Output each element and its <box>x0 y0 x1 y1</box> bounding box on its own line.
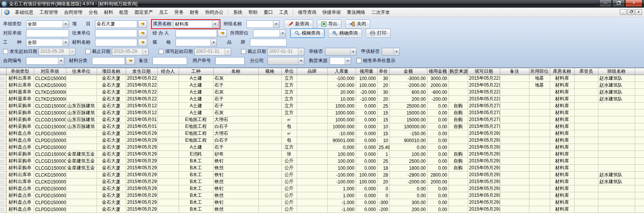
table-cell[interactable]: E地面工程 <box>179 123 213 130</box>
column-header[interactable]: 工种 <box>179 68 213 75</box>
table-cell[interactable] <box>449 199 468 206</box>
occur-start-checkbox[interactable] <box>3 49 8 54</box>
table-cell[interactable] <box>297 192 327 199</box>
contract-select[interactable]: ▼ <box>26 57 64 65</box>
table-cell[interactable]: CLPDD150000002 <box>34 192 66 199</box>
table-cell[interactable]: 包 <box>281 137 297 144</box>
table-cell[interactable]: 20.000 <box>327 89 356 96</box>
table-cell[interactable]: 铁钉 <box>213 158 258 165</box>
table-cell[interactable]: 15000.00 <box>389 116 427 123</box>
table-cell[interactable]: 2015年05月29日 <box>468 199 500 206</box>
table-cell[interactable] <box>529 206 550 213</box>
table-cell[interactable]: 材料库 <box>550 75 574 82</box>
table-cell[interactable]: 2015年05月29日 <box>468 151 500 158</box>
table-cell[interactable] <box>66 144 97 151</box>
mdi-minimize-button[interactable]: _ <box>620 9 627 15</box>
table-cell[interactable]: 1000.000 <box>327 103 356 110</box>
table-cell[interactable]: CLCGD150000005 <box>34 116 66 123</box>
table-cell[interactable]: 山东百脉建筑 <box>66 110 97 116</box>
table-cell[interactable]: -10.000 <box>356 96 377 103</box>
chevron-down-icon[interactable]: ▼ <box>62 21 69 28</box>
table-cell[interactable] <box>258 158 281 165</box>
table-cell[interactable] <box>157 172 179 178</box>
table-cell[interactable]: CLCGD150000006 <box>34 165 66 172</box>
occur-end-checkbox[interactable] <box>85 49 90 54</box>
table-cell[interactable]: 铁丝 <box>213 206 258 213</box>
table-cell[interactable]: 赵水建筑队 <box>598 75 635 82</box>
table-cell[interactable]: 材料盘点单 <box>6 144 34 151</box>
table-cell[interactable]: 大理石 <box>213 116 258 123</box>
table-cell[interactable]: CLCGD150000006 <box>34 158 66 165</box>
table-cell[interactable]: 立方 <box>281 103 297 110</box>
table-row[interactable]: 材料采购单CLCGD150000004山东百脉建筑金石大厦2015年05月12日… <box>0 103 644 110</box>
table-cell[interactable]: 0.000 <box>356 151 377 158</box>
table-cell[interactable]: CLCKD150000002 <box>34 172 66 178</box>
table-cell[interactable]: 材料库 <box>550 165 574 172</box>
table-cell[interactable] <box>297 123 327 130</box>
table-cell[interactable]: 金石大厦 <box>97 89 126 96</box>
row-selector[interactable] <box>0 165 6 172</box>
occur-end-date-select[interactable]: 2015-05-29 ▼ <box>112 48 149 56</box>
table-cell[interactable]: 白石子 <box>213 123 258 130</box>
column-header[interactable]: 名称 <box>213 68 258 75</box>
table-cell[interactable]: 2015年05月22日 <box>126 96 157 103</box>
table-cell[interactable]: 28 <box>377 172 389 178</box>
table-cell[interactable] <box>529 178 550 185</box>
table-cell[interactable]: 0.000 <box>356 158 377 165</box>
table-cell[interactable]: 公斤 <box>281 192 297 199</box>
row-selector[interactable] <box>0 130 6 137</box>
table-cell[interactable]: -100.000 <box>327 172 356 178</box>
table-cell[interactable]: 金石大厦 <box>97 82 126 89</box>
table-cell[interactable]: 100.000 <box>327 151 356 158</box>
table-cell[interactable] <box>500 151 529 158</box>
table-cell[interactable] <box>529 130 550 137</box>
chevron-down-icon[interactable]: ▼ <box>69 48 75 55</box>
table-cell[interactable] <box>500 110 529 116</box>
work-type-select[interactable]: 全部 ▼ <box>26 39 69 46</box>
table-cell[interactable]: 立方 <box>281 96 297 103</box>
row-selector[interactable] <box>0 96 6 103</box>
column-header[interactable]: 规格 <box>258 68 281 75</box>
table-cell[interactable]: 100.000 <box>356 172 377 178</box>
table-cell[interactable]: 材料出库单 <box>6 178 34 185</box>
fill-start-date-select[interactable]: 2007-01-31 ▼ <box>194 48 231 56</box>
table-cell[interactable] <box>529 158 550 165</box>
table-cell[interactable]: 2015年05月29日 <box>468 185 500 192</box>
row-selector[interactable] <box>0 206 6 213</box>
table-cell[interactable]: 2015年05月01日 <box>126 123 157 130</box>
table-cell[interactable]: 金石大厦 <box>97 103 126 110</box>
table-cell[interactable]: 金石大厦 <box>97 137 126 144</box>
table-cell[interactable]: 20 <box>377 178 389 185</box>
table-cell[interactable] <box>449 75 468 82</box>
table-cell[interactable] <box>157 130 179 137</box>
column-header[interactable]: 单据类型 <box>6 68 34 75</box>
table-cell[interactable]: 材料库 <box>550 82 574 89</box>
table-cell[interactable]: 3000.00 <box>427 75 449 82</box>
table-cell[interactable]: 材料库 <box>550 206 574 213</box>
table-cell[interactable]: 30 <box>377 89 389 96</box>
table-row[interactable]: 材料出库单CLCKD150000002金石大厦2015年05月29日B木工铁丝公… <box>0 178 644 185</box>
table-cell[interactable]: 大理石 <box>213 130 258 137</box>
table-cell[interactable]: E消耗 <box>179 151 213 158</box>
category-picker-button[interactable]: ☚ <box>126 57 135 65</box>
table-cell[interactable]: 2015年05月22日 <box>468 96 500 103</box>
table-cell[interactable]: 金石大厦 <box>97 199 126 206</box>
note-input[interactable] <box>153 57 187 65</box>
menu-item-15[interactable]: 领导查询 <box>295 8 319 17</box>
table-cell[interactable]: -10.000 <box>327 130 356 137</box>
table-cell[interactable]: 2015年05月29日 <box>126 172 157 178</box>
table-cell[interactable]: 20 <box>377 96 389 103</box>
table-cell[interactable] <box>258 110 281 116</box>
table-cell[interactable] <box>157 123 179 130</box>
print-button[interactable]: 打印 <box>366 29 391 38</box>
chevron-down-icon[interactable]: ▼ <box>210 39 217 46</box>
table-cell[interactable]: 公斤 <box>281 172 297 178</box>
table-cell[interactable] <box>449 178 468 185</box>
table-cell[interactable]: 100.000 <box>327 158 356 165</box>
table-cell[interactable]: 铁钉 <box>213 199 258 206</box>
table-cell[interactable] <box>258 116 281 123</box>
table-cell[interactable]: 0.000 <box>356 103 377 110</box>
table-cell[interactable]: 25.49 <box>377 144 389 151</box>
table-cell[interactable]: 材料库 <box>550 137 574 144</box>
export-button[interactable]: 导出 <box>317 20 342 28</box>
